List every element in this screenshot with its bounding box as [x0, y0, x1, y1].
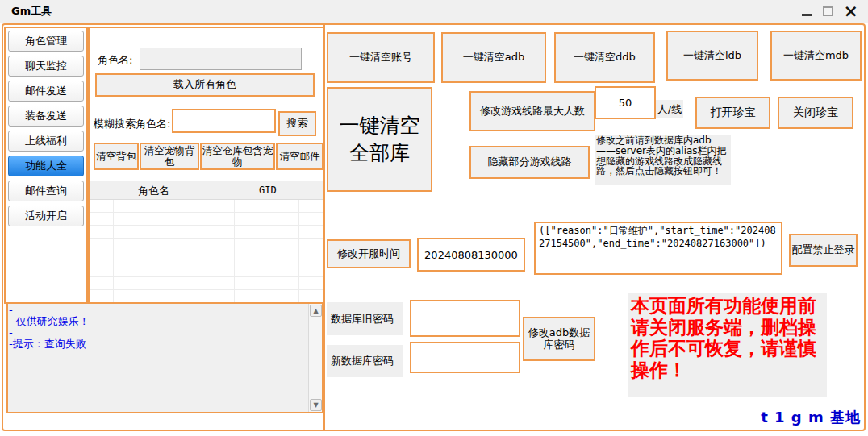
clear-mdb-button[interactable]: 一键清空mdb: [770, 31, 862, 81]
close-treasure-button[interactable]: 关闭珍宝: [778, 97, 853, 129]
warning-text: 本页面所有功能使用前请关闭服务端，删档操作后不可恢复，请谨慎操作！: [628, 293, 827, 397]
per-line-label: 人/线: [656, 100, 683, 118]
clear-ddb-button[interactable]: 一键清空ddb: [554, 32, 655, 83]
role-table-header: 角色名 GID: [90, 181, 323, 200]
table-cell: [299, 200, 323, 212]
table-cell: [194, 200, 235, 212]
search-button[interactable]: 搜索: [278, 111, 316, 136]
window-title: Gm工具: [11, 4, 52, 19]
column-header-gid: GID: [259, 185, 277, 196]
sidebar-nav: 角色管理 聊天监控 邮件发送 装备发送 上线福利 功能大全 邮件查询 活动开启: [4, 27, 88, 304]
open-time-input[interactable]: [417, 238, 525, 272]
table-cell: [194, 290, 235, 302]
gm-tool-window: Gm工具 × 角色管理 聊天监控 邮件发送 装备发送 上线福利 功能大全 邮件查…: [0, 0, 868, 436]
log-scrollbar[interactable]: ▲ ▼: [308, 304, 322, 412]
table-cell: [235, 239, 299, 251]
table-cell: [114, 200, 194, 212]
table-cell: [235, 277, 299, 289]
log-text: - - 仅供研究娱乐！ - -提示：查询失败: [9, 305, 306, 350]
table-cell: [114, 277, 194, 289]
table-cell: [90, 290, 114, 302]
table-cell: [114, 251, 194, 264]
table-cell: [235, 200, 299, 212]
table-cell: [299, 213, 323, 225]
table-cell: [194, 264, 235, 276]
table-row[interactable]: [90, 277, 323, 290]
fuzzy-search-input[interactable]: [172, 109, 276, 133]
change-open-time-button[interactable]: 修改开服时间: [327, 239, 411, 268]
scroll-up-icon[interactable]: ▲: [310, 305, 322, 317]
new-db-password-label: 新数据库密码: [327, 345, 403, 377]
clear-all-databases-button[interactable]: 一键清空全部库: [327, 87, 432, 192]
hide-game-lines-button[interactable]: 隐藏部分游戏线路: [469, 146, 590, 179]
table-row[interactable]: [90, 200, 323, 213]
table-cell: [114, 264, 194, 276]
window-controls: ×: [802, 3, 858, 19]
table-row[interactable]: [90, 264, 323, 277]
table-cell: [235, 290, 299, 302]
table-row[interactable]: [90, 226, 323, 239]
table-cell: [114, 290, 194, 302]
maximize-icon[interactable]: [823, 6, 833, 16]
table-cell: [194, 239, 235, 251]
table-row[interactable]: [90, 239, 323, 251]
column-header-role-name: 角色名: [138, 184, 169, 198]
sidebar-item-mail-send[interactable]: 邮件发送: [8, 81, 84, 102]
table-cell: [194, 213, 235, 225]
table-cell: [299, 290, 323, 302]
new-db-password-input[interactable]: [410, 342, 520, 373]
old-db-password-label: 数据库旧密码: [327, 302, 403, 335]
table-cell: [90, 213, 114, 225]
clear-adb-button[interactable]: 一键清空adb: [441, 32, 546, 83]
table-cell: [194, 226, 235, 238]
change-adb-password-button[interactable]: 修改adb数据库密码: [523, 317, 595, 361]
table-row[interactable]: [90, 213, 323, 226]
sidebar-item-online-bonus[interactable]: 上线福利: [8, 131, 84, 152]
role-name-label: 角色名:: [98, 53, 132, 68]
clear-warehouse-button[interactable]: 清空仓库包含宠物: [200, 143, 275, 170]
table-cell: [90, 264, 114, 276]
table-row[interactable]: [90, 290, 323, 302]
table-cell: [235, 264, 299, 276]
table-cell: [114, 213, 194, 225]
table-cell: [194, 277, 235, 289]
sidebar-item-equip-send[interactable]: 装备发送: [8, 106, 84, 127]
clear-pet-backpack-button[interactable]: 清空宠物背包: [140, 143, 199, 170]
minimize-icon[interactable]: [802, 14, 812, 16]
old-db-password-input[interactable]: [410, 300, 520, 337]
brand-label: t 1 g m 基地: [761, 408, 861, 427]
log-area[interactable]: - - 仅供研究娱乐！ - -提示：查询失败 ▲ ▼: [6, 302, 323, 413]
table-cell: [299, 239, 323, 251]
configure-ban-login-button[interactable]: 配置禁止登录: [789, 234, 858, 267]
open-treasure-button[interactable]: 打开珍宝: [695, 97, 770, 129]
sidebar-item-mail-query[interactable]: 邮件查询: [8, 181, 84, 201]
table-cell: [90, 239, 114, 251]
clear-ldb-button[interactable]: 一键清空ldb: [666, 31, 758, 81]
sidebar-item-all-functions[interactable]: 功能大全: [8, 156, 84, 176]
ban-config-input[interactable]: (["reason":"日常维护","start_time":"20240827…: [534, 222, 782, 275]
table-cell: [299, 277, 323, 289]
table-cell: [90, 251, 114, 264]
table-cell: [235, 213, 299, 225]
table-cell: [90, 226, 114, 238]
table-cell: [90, 277, 114, 289]
sidebar-item-chat-monitor[interactable]: 聊天监控: [8, 56, 84, 77]
hide-lines-note: 修改之前请到数据库内adb——server表内的alias栏内把想隐藏的游戏线路…: [595, 135, 731, 185]
table-cell: [299, 251, 323, 264]
load-all-roles-button[interactable]: 载入所有角色: [95, 73, 315, 97]
table-row[interactable]: [90, 251, 323, 264]
clear-backpack-button[interactable]: 清空背包: [94, 143, 139, 170]
table-cell: [299, 226, 323, 238]
clear-account-button[interactable]: 一键清空账号: [327, 32, 435, 83]
title-bar: Gm工具 ×: [0, 0, 868, 23]
clear-mail-button[interactable]: 清空邮件: [276, 143, 323, 170]
scroll-down-icon[interactable]: ▼: [310, 399, 322, 411]
max-players-button[interactable]: 修改游戏线路最大人数: [469, 91, 595, 131]
close-icon[interactable]: ×: [844, 3, 858, 19]
role-table-body: [90, 200, 323, 302]
table-cell: [235, 251, 299, 264]
role-name-input[interactable]: [140, 48, 302, 70]
sidebar-item-activity-open[interactable]: 活动开启: [8, 206, 84, 226]
max-players-input[interactable]: [595, 86, 656, 119]
sidebar-item-role-manage[interactable]: 角色管理: [8, 31, 84, 52]
